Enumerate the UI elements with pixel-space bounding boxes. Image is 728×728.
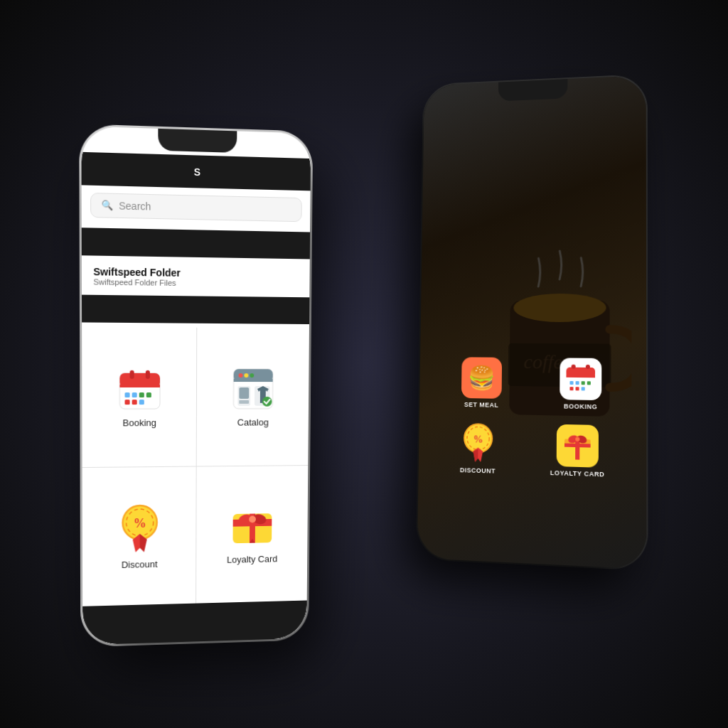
svg-rect-35 xyxy=(139,392,144,397)
svg-rect-32 xyxy=(145,370,149,379)
svg-rect-6 xyxy=(566,375,595,378)
app-cell-booking[interactable]: Booking xyxy=(82,327,197,468)
divider-2 xyxy=(82,295,309,324)
svg-rect-38 xyxy=(132,400,136,405)
booking-icon xyxy=(117,365,163,412)
svg-rect-47 xyxy=(239,387,249,399)
dark-icon-row-2: % DISCOUNT xyxy=(432,422,632,479)
svg-rect-37 xyxy=(124,400,129,405)
svg-marker-20 xyxy=(473,449,478,461)
svg-rect-11 xyxy=(582,381,585,385)
folder-subtitle: Swiftspeed Folder Files xyxy=(93,277,298,289)
dark-icon-booking[interactable]: BOOKING xyxy=(560,358,601,410)
svg-rect-30 xyxy=(119,385,160,387)
phone-front: S 🔍 Search Swiftspeed Folder Swiftspeed … xyxy=(81,126,311,645)
svg-point-8 xyxy=(586,365,590,369)
dark-phone-icons: 🍔 SET MEAL xyxy=(418,357,646,494)
discount-label: Discount xyxy=(122,559,158,570)
svg-point-43 xyxy=(239,373,243,378)
svg-point-44 xyxy=(244,373,248,378)
svg-text:%: % xyxy=(473,434,483,445)
svg-rect-13 xyxy=(569,387,573,390)
app-cell-loyalty-card[interactable]: Loyalty Card xyxy=(196,466,308,604)
app-grid: Booking xyxy=(82,327,309,606)
top-bar: S xyxy=(81,152,310,191)
coffee-background: coffee 🍔 SET MEAL xyxy=(417,75,647,569)
loyalty-card-label: Loyalty Card xyxy=(227,553,277,564)
svg-rect-12 xyxy=(587,381,591,385)
svg-point-7 xyxy=(572,365,576,369)
dark-icon-loyalty-card[interactable]: LOYALTY CARD xyxy=(550,424,605,478)
svg-rect-15 xyxy=(582,387,585,390)
svg-text:%: % xyxy=(133,516,146,530)
svg-rect-9 xyxy=(569,381,573,385)
svg-rect-34 xyxy=(132,392,136,397)
catalog-icon xyxy=(230,366,275,412)
folder-section: Swiftspeed Folder Swiftspeed Folder File… xyxy=(82,258,310,293)
dark-icon-row-1: 🍔 SET MEAL xyxy=(433,357,631,411)
app-cell-discount[interactable]: % Discount xyxy=(82,466,197,606)
svg-rect-48 xyxy=(239,400,249,404)
svg-rect-31 xyxy=(129,370,134,379)
search-placeholder: Search xyxy=(119,200,151,212)
catalog-label: Catalog xyxy=(237,417,269,427)
discount-icon: % xyxy=(117,502,162,554)
svg-point-1 xyxy=(513,294,606,322)
scene: coffee 🍔 SET MEAL xyxy=(62,62,666,666)
svg-rect-24 xyxy=(564,444,591,448)
svg-rect-39 xyxy=(139,400,144,405)
svg-rect-14 xyxy=(576,387,579,390)
loyalty-card-icon xyxy=(230,503,275,549)
notch-back xyxy=(498,79,568,101)
divider-1 xyxy=(82,228,310,259)
dark-icon-discount[interactable]: % DISCOUNT xyxy=(457,422,498,475)
svg-rect-10 xyxy=(576,381,579,385)
notch-front xyxy=(158,129,237,153)
svg-rect-42 xyxy=(234,379,273,382)
svg-rect-36 xyxy=(146,392,151,397)
front-content: S 🔍 Search Swiftspeed Folder Swiftspeed … xyxy=(81,126,311,645)
svg-rect-33 xyxy=(124,392,129,397)
dark-icon-set-meal[interactable]: 🍔 SET MEAL xyxy=(461,357,502,409)
booking-label: Booking xyxy=(122,417,156,428)
phone-back: coffee 🍔 SET MEAL xyxy=(417,75,647,569)
svg-rect-23 xyxy=(575,439,579,460)
svg-point-45 xyxy=(250,373,254,378)
bottom-bar xyxy=(82,601,307,646)
app-cell-catalog[interactable]: Catalog xyxy=(197,328,309,466)
top-bar-title: S xyxy=(194,166,201,178)
search-icon: 🔍 xyxy=(102,200,113,212)
search-bar[interactable]: 🔍 Search xyxy=(90,193,302,222)
